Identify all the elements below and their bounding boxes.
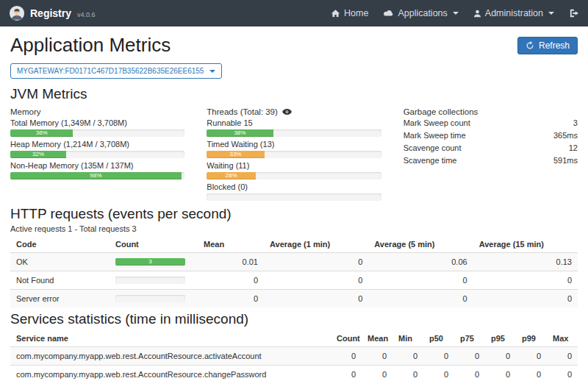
column-header-p75: p75 [454,330,485,347]
instance-selector-dropdown[interactable]: MYGATEWAY:FD0171C467D17B35622B635E26EE61… [10,63,222,79]
progress-bar: 98% [10,172,184,179]
gc-label: Scavenge count [404,143,462,153]
table-header-row: Service name Count Mean Min p50 p75 p95 … [10,330,578,347]
progress-bar-label: 33% [229,151,241,158]
column-header-code: Code [10,236,110,253]
threads-title: Threads (Total: 39) [207,106,381,117]
http-mean-cell: 0 [198,271,264,290]
http-avg15-cell: 0 [473,290,578,308]
progress-bar: 3 [115,258,185,266]
progress-bar-label: 32% [32,151,44,158]
service-max-cell: 0 [547,366,578,381]
page-header: Application Metrics Refresh [10,34,578,57]
metric-label: Total Memory (1,349M / 3,708M) [10,118,184,128]
progress-bar-label: 36% [36,129,48,137]
column-header-p50: p50 [423,330,454,347]
service-count-cell: 0 [331,366,362,381]
metric-label: Runnable 15 [207,118,381,128]
gc-value: 591ms [553,156,578,165]
gc-value: 365ms [553,131,578,140]
http-avg5-cell: 0 [368,271,473,290]
service-count-cell: 0 [331,347,362,366]
service-name-cell: com.mycompany.myapp.web.rest.AccountReso… [10,347,331,366]
progress-bar-label: 38% [234,129,245,137]
progress-bar [115,277,185,284]
chevron-down-icon [209,70,215,73]
progress-bar [115,295,185,302]
column-header-max: Max [547,330,578,347]
http-avg15-cell: 0 [473,271,578,290]
service-min-cell: 0 [392,366,423,381]
progress-bar: 32% [10,151,184,158]
service-p75-cell: 0 [454,366,485,381]
instance-selector-label: MYGATEWAY:FD0171C467D17B35622B635E26EE61… [17,67,204,75]
navbar: Registry v4.0.6 Home Applications Admini… [0,0,588,26]
column-header-avg1: Average (1 min) [264,236,368,253]
http-avg5-cell: 0.06 [368,253,473,271]
jvm-metrics-row: Memory Total Memory (1,349M / 3,708M) 36… [10,106,578,204]
http-code-cell: Not Found [10,271,110,290]
gc-row: Mark Sweep count 3 [404,117,578,129]
column-header-p99: p99 [516,330,547,347]
http-mean-cell: 0.01 [198,253,264,271]
refresh-label: Refresh [539,40,570,51]
gc-row: Mark Sweep time 365ms [404,129,578,142]
table-row: com.mycompany.myapp.web.rest.AccountReso… [10,347,578,366]
service-name-cell: com.mycompany.myapp.web.rest.AccountReso… [10,366,331,381]
progress-bar-fill: 3 [115,258,185,266]
nav-applications[interactable]: Applications [383,8,458,18]
garbage-collections-column: Garbage collections Mark Sweep count 3 M… [404,106,578,204]
progress-bar-fill: 33% [207,151,264,158]
nav-home-label: Home [344,8,368,18]
gc-label: Mark Sweep count [404,118,470,128]
brand-version: v4.0.6 [77,9,96,18]
column-header-p95: p95 [485,330,516,347]
cloud-icon [383,10,394,17]
nav-home[interactable]: Home [331,8,368,18]
http-count-cell: 3 [110,253,198,271]
chevron-down-icon [453,12,459,15]
memory-metric: Non-Heap Memory (135M / 137M) 98% [10,161,184,179]
nav-items: Home Applications Administration [331,8,579,18]
metric-label: Waiting (11) [207,161,381,171]
http-count-cell [110,271,198,290]
user-icon [473,10,481,18]
progress-bar: 28% [207,172,381,179]
gc-row: Scavenge count 12 [404,142,578,154]
progress-bar-fill: 36% [10,129,73,137]
refresh-button[interactable]: Refresh [517,37,578,54]
gc-value: 12 [569,143,578,153]
service-p99-cell: 0 [516,366,547,381]
progress-bar-fill: 28% [207,172,255,179]
http-code-cell: Server error [10,290,110,308]
service-p50-cell: 0 [423,366,454,381]
registry-logo-icon [9,5,25,21]
chevron-down-icon [548,12,554,15]
table-header-row: Code Count Mean Average (1 min) Average … [10,236,578,253]
table-row: Not Found 0 0 0 0 [10,271,578,290]
nav-administration[interactable]: Administration [473,8,554,18]
table-row: OK 3 0.01 0 0.06 0.13 [10,253,578,271]
nav-applications-label: Applications [398,8,447,18]
column-header-min: Min [392,330,423,347]
brand[interactable]: Registry v4.0.6 [9,5,96,21]
metric-label: Heap Memory (1,214M / 3,708M) [10,140,184,149]
logout-button[interactable] [569,9,579,18]
services-statistics-heading: Services statistics (time in millisecond… [10,311,578,327]
column-header-avg15: Average (15 min) [473,236,578,253]
progress-bar-fill: 98% [10,172,182,179]
http-requests-table: Code Count Mean Average (1 min) Average … [10,236,578,307]
column-header-avg5: Average (5 min) [368,236,473,253]
progress-bar-label: 28% [226,172,237,179]
threads-title-label: Threads (Total: 39) [207,107,278,116]
progress-bar: 33% [207,151,381,158]
http-avg5-cell: 0 [368,290,473,308]
http-avg1-cell: 0 [264,271,368,290]
service-min-cell: 0 [392,347,423,366]
progress-bar-label: 3 [148,258,151,266]
eye-icon[interactable] [282,109,292,115]
jvm-metrics-heading: JVM Metrics [10,86,578,102]
http-avg15-cell: 0.13 [473,253,578,271]
column-header-service-name: Service name [10,330,331,347]
thread-metric: Runnable 15 38% [207,118,381,137]
